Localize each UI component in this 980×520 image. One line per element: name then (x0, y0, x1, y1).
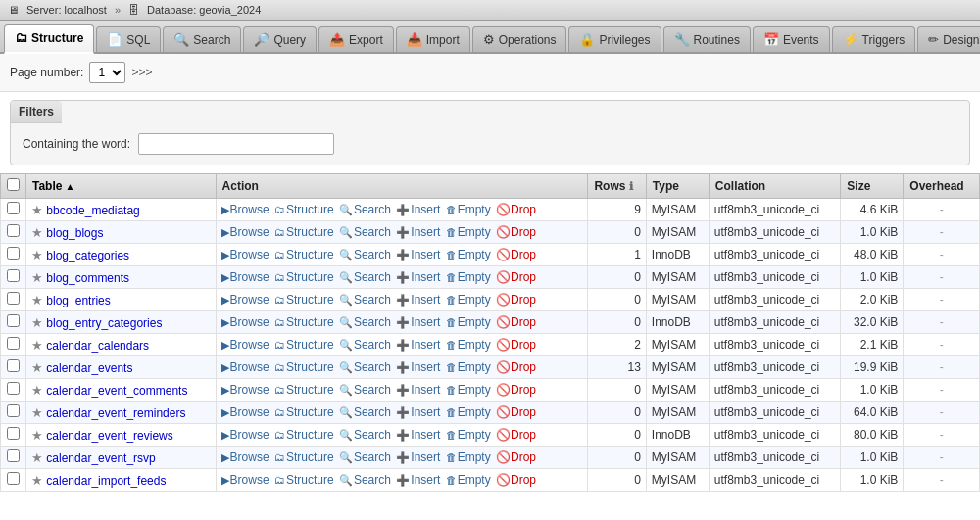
table-name-link[interactable]: calendar_events (46, 361, 132, 375)
insert-link[interactable]: ➕Insert (396, 225, 440, 239)
structure-link[interactable]: 🗂Structure (274, 383, 334, 397)
browse-link[interactable]: ▶Browse (221, 225, 270, 239)
table-name-link[interactable]: calendar_event_rsvp (46, 451, 155, 465)
browse-link[interactable]: ▶Browse (221, 383, 270, 397)
browse-link[interactable]: ▶Browse (221, 315, 270, 329)
insert-link[interactable]: ➕Insert (396, 293, 440, 307)
search-link[interactable]: 🔍Search (339, 473, 391, 487)
tab-search[interactable]: 🔍Search (163, 26, 241, 52)
row-checkbox[interactable] (7, 202, 20, 214)
row-checkbox[interactable] (7, 449, 20, 462)
browse-link[interactable]: ▶Browse (221, 405, 270, 419)
structure-link[interactable]: 🗂Structure (274, 315, 334, 329)
insert-link[interactable]: ➕Insert (396, 383, 440, 397)
star-icon[interactable]: ★ (31, 405, 43, 420)
tab-routines[interactable]: 🔧Routines (663, 26, 751, 52)
tab-structure[interactable]: 🗂Structure (4, 24, 94, 54)
row-checkbox[interactable] (7, 269, 20, 282)
tab-events[interactable]: 📅Events (753, 26, 830, 52)
search-link[interactable]: 🔍Search (339, 428, 391, 442)
search-link[interactable]: 🔍Search (339, 338, 391, 352)
table-name-link[interactable]: blog_comments (46, 271, 129, 285)
structure-link[interactable]: 🗂Structure (274, 225, 334, 239)
rows-info-icon[interactable]: ℹ (629, 180, 633, 192)
search-link[interactable]: 🔍Search (339, 225, 391, 239)
browse-link[interactable]: ▶Browse (221, 270, 270, 284)
drop-link[interactable]: 🚫Drop (496, 383, 536, 397)
star-icon[interactable]: ★ (31, 383, 43, 398)
star-icon[interactable]: ★ (31, 473, 43, 488)
browse-link[interactable]: ▶Browse (221, 248, 270, 261)
structure-link[interactable]: 🗂Structure (274, 473, 334, 487)
empty-link[interactable]: 🗑Empty (446, 473, 491, 487)
row-checkbox[interactable] (7, 247, 20, 260)
browse-link[interactable]: ▶Browse (221, 428, 270, 442)
search-link[interactable]: 🔍Search (339, 248, 391, 261)
empty-link[interactable]: 🗑Empty (446, 338, 491, 352)
table-name-link[interactable]: calendar_event_comments (46, 384, 187, 398)
empty-link[interactable]: 🗑Empty (446, 270, 491, 284)
search-link[interactable]: 🔍Search (339, 270, 391, 284)
drop-link[interactable]: 🚫Drop (496, 293, 536, 307)
table-name-link[interactable]: blog_entries (46, 294, 110, 307)
filter-input[interactable] (138, 133, 334, 155)
tab-designer[interactable]: ✏Designer (917, 26, 980, 52)
table-name-link[interactable]: blog_blogs (46, 226, 103, 240)
search-link[interactable]: 🔍Search (339, 360, 391, 374)
insert-link[interactable]: ➕Insert (396, 270, 440, 284)
insert-link[interactable]: ➕Insert (396, 473, 440, 487)
empty-link[interactable]: 🗑Empty (446, 225, 491, 239)
table-name-link[interactable]: calendar_event_reviews (46, 429, 172, 443)
browse-link[interactable]: ▶Browse (221, 338, 270, 352)
structure-link[interactable]: 🗂Structure (274, 405, 334, 419)
search-link[interactable]: 🔍Search (339, 383, 391, 397)
empty-link[interactable]: 🗑Empty (446, 293, 491, 307)
structure-link[interactable]: 🗂Structure (274, 270, 334, 284)
drop-link[interactable]: 🚫Drop (496, 338, 536, 352)
search-link[interactable]: 🔍Search (339, 293, 391, 307)
tab-privileges[interactable]: 🔒Privileges (568, 26, 661, 52)
row-checkbox[interactable] (7, 404, 20, 417)
page-select[interactable]: 1 (89, 62, 125, 83)
row-checkbox[interactable] (7, 427, 20, 440)
header-table[interactable]: Table▲ (26, 174, 217, 199)
empty-link[interactable]: 🗑Empty (446, 405, 491, 419)
insert-link[interactable]: ➕Insert (396, 338, 440, 352)
insert-link[interactable]: ➕Insert (396, 405, 440, 419)
search-link[interactable]: 🔍Search (339, 450, 391, 464)
star-icon[interactable]: ★ (31, 203, 43, 217)
row-checkbox[interactable] (7, 337, 20, 350)
star-icon[interactable]: ★ (31, 450, 43, 465)
drop-link[interactable]: 🚫Drop (496, 473, 536, 487)
star-icon[interactable]: ★ (31, 338, 43, 353)
insert-link[interactable]: ➕Insert (396, 450, 440, 464)
row-checkbox[interactable] (7, 292, 20, 305)
star-icon[interactable]: ★ (31, 315, 43, 330)
structure-link[interactable]: 🗂Structure (274, 203, 334, 216)
empty-link[interactable]: 🗑Empty (446, 315, 491, 329)
table-name-link[interactable]: calendar_event_reminders (46, 406, 185, 420)
table-name-link[interactable]: blog_categories (46, 249, 129, 262)
empty-link[interactable]: 🗑Empty (446, 450, 491, 464)
drop-link[interactable]: 🚫Drop (496, 203, 536, 216)
drop-link[interactable]: 🚫Drop (496, 315, 536, 329)
table-name-link[interactable]: calendar_calendars (46, 339, 149, 353)
insert-link[interactable]: ➕Insert (396, 315, 440, 329)
row-checkbox[interactable] (7, 224, 20, 237)
insert-link[interactable]: ➕Insert (396, 360, 440, 374)
star-icon[interactable]: ★ (31, 293, 43, 307)
browse-link[interactable]: ▶Browse (221, 473, 270, 487)
browse-link[interactable]: ▶Browse (221, 450, 270, 464)
drop-link[interactable]: 🚫Drop (496, 225, 536, 239)
star-icon[interactable]: ★ (31, 360, 43, 375)
structure-link[interactable]: 🗂Structure (274, 360, 334, 374)
tab-operations[interactable]: ⚙Operations (472, 26, 567, 52)
structure-link[interactable]: 🗂Structure (274, 428, 334, 442)
structure-link[interactable]: 🗂Structure (274, 338, 334, 352)
tab-export[interactable]: 📤Export (318, 26, 394, 52)
drop-link[interactable]: 🚫Drop (496, 360, 536, 374)
table-name-link[interactable]: blog_entry_categories (46, 316, 162, 330)
search-link[interactable]: 🔍Search (339, 203, 391, 216)
insert-link[interactable]: ➕Insert (396, 248, 440, 261)
empty-link[interactable]: 🗑Empty (446, 383, 491, 397)
